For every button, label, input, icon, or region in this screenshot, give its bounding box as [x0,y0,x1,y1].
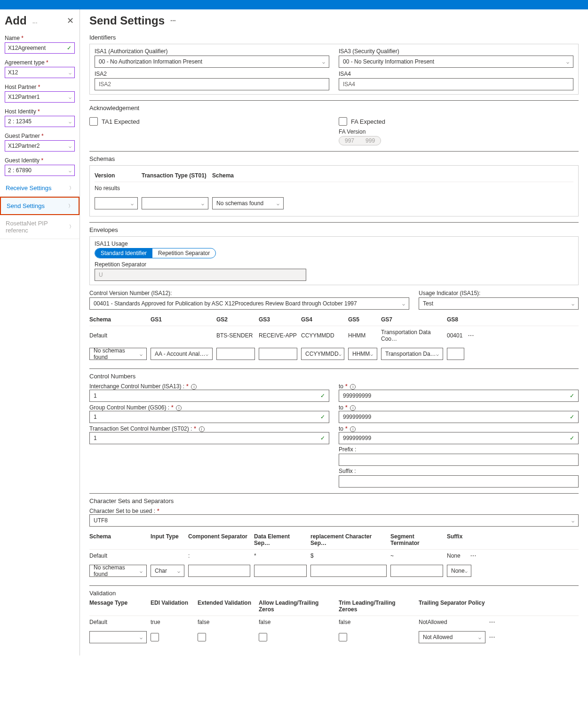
rep-sep-label: Repetition Separator [95,261,573,268]
agreement-type-select[interactable]: X12⌵ [5,67,75,78]
row-actions-icon[interactable]: ··· [489,634,495,640]
info-icon[interactable]: i [191,384,197,390]
prefix-input[interactable] [339,454,579,466]
val-trim-checkbox[interactable] [339,633,347,641]
page-title: Send Settings [89,14,165,27]
env-gs3-input[interactable] [259,348,297,360]
fa-version-label: FA Version [339,128,579,135]
isa11-toggle[interactable]: Standard IdentifierRepetition Separator [95,248,216,258]
guest-partner-label: Guest Partner [5,133,75,139]
guest-partner-select[interactable]: X12Partner2⌵ [5,140,75,152]
usage-select[interactable]: Test⌵ [419,297,579,310]
validation-label: Validation [89,590,579,597]
info-icon[interactable]: i [199,426,205,432]
charset-label: Character Sets and Separators [89,497,579,504]
fa-label: FA Expected [351,118,385,125]
sidebar-more-icon[interactable]: ··· [32,19,38,26]
cs-input-select[interactable]: Char⌵ [151,565,184,577]
nav-send-settings[interactable]: Send Settings〉 [0,197,79,215]
nav-receive-settings[interactable]: Receive Settings〉 [0,180,79,197]
ack-label: Acknowledgement [89,104,579,112]
schema-version-select[interactable]: ⌵ [95,197,138,209]
val-msg-select[interactable]: ⌵ [89,631,147,643]
isa13-to-input[interactable]: 999999999 [339,390,579,402]
gs06-from-input[interactable]: 1 [89,411,329,423]
val-trail-select[interactable]: Not Allowed⌵ [419,631,485,643]
host-identity-select[interactable]: 2 : 12345⌵ [5,116,75,127]
chevron-down-icon: ⌵ [69,168,72,173]
schema-select[interactable]: No schemas found⌵ [212,197,284,209]
st02-to-input[interactable]: 999999999 [339,432,579,444]
host-identity-label: Host Identity [5,108,75,115]
cs-suf-select[interactable]: None⌵ [447,565,471,577]
schemas-label: Schemas [89,155,579,162]
page-more-icon[interactable]: ··· [170,17,176,24]
control-label: Control Numbers [89,373,579,380]
isa1-select[interactable]: 00 - No Authorization Information Presen… [95,56,329,68]
col-schema: Schema [212,172,238,179]
cs-comp-input[interactable] [188,565,250,577]
isa11-label: ISA11 Usage [95,240,573,247]
main-content: Send Settings··· Identifiers ISA1 (Autho… [80,9,588,656]
chevron-down-icon: ⌵ [322,59,325,64]
isa13-from-input[interactable]: 1 [89,390,329,402]
env-gs7-select[interactable]: Transportation Da…⌵ [381,348,443,360]
host-partner-select[interactable]: X12Partner1⌵ [5,91,75,103]
env-gs2-input[interactable] [216,348,255,360]
env-gs5-select[interactable]: HHMM⌵ [348,348,377,360]
envelopes-label: Envelopes [89,226,579,233]
info-icon[interactable]: i [350,426,356,432]
gs06-to-input[interactable]: 999999999 [339,411,579,423]
fa-checkbox[interactable] [339,117,347,126]
sidebar: Add ··· ✕ Name X12Agreement Agreement ty… [0,9,80,656]
suffix-input[interactable] [339,475,579,488]
cvn-select[interactable]: 00401 - Standards Approved for Publicati… [89,297,409,310]
row-actions-icon[interactable]: ··· [489,619,495,625]
cs-repl-input[interactable] [310,565,387,577]
name-input[interactable]: X12Agreement [5,42,75,54]
envelope-default-row: Default BTS-SENDER RECEIVE-APP CCYYMMDD … [89,326,579,345]
cvn-label: Control Version Number (ISA12): [89,290,409,296]
isa1-label: ISA1 (Authorization Qualifier) [95,48,329,55]
cs-elem-input[interactable] [254,565,307,577]
agreement-type-label: Agreement type [5,59,75,66]
ta1-checkbox[interactable] [89,117,98,126]
isa2-input[interactable]: ISA2 [95,78,329,90]
chevron-right-icon: 〉 [69,224,74,230]
row-actions-icon[interactable]: ··· [470,552,477,559]
host-partner-label: Host Partner [5,84,75,90]
name-label: Name [5,35,75,41]
env-gs1-select[interactable]: AA - Account Anal…⌵ [151,348,213,360]
val-ext-checkbox[interactable] [198,633,206,641]
schema-tx-select[interactable]: ⌵ [142,197,208,209]
isa3-select[interactable]: 00 - No Security Information Present⌵ [339,56,573,68]
env-gs8-input[interactable] [447,348,464,360]
env-schema-select[interactable]: No schemas found⌵ [89,348,147,360]
info-icon[interactable]: i [176,405,182,411]
chevron-down-icon: ⌵ [69,95,72,100]
isa4-input[interactable]: ISA4 [339,78,573,90]
charset-select[interactable]: UTF8⌵ [89,514,579,527]
col-tx-type: Transaction Type (ST01) [142,172,212,179]
identifiers-label: Identifiers [89,34,579,41]
close-icon[interactable]: ✕ [67,16,74,26]
st02-from-input[interactable]: 1 [89,432,329,444]
cs-schema-select[interactable]: No schemas found⌵ [89,565,147,577]
rep-sep-input: U [95,269,306,281]
info-icon[interactable]: i [350,405,356,411]
row-actions-icon[interactable]: ··· [468,332,474,339]
info-icon[interactable]: i [350,384,356,390]
cs-seg-input[interactable] [390,565,443,577]
val-lead-checkbox[interactable] [259,633,267,641]
usage-label: Usage Indicator (ISA15): [419,290,579,296]
sidebar-title: Add [5,14,27,27]
env-gs4-select[interactable]: CCYYMMDD⌵ [301,348,344,360]
val-edi-checkbox[interactable] [151,633,159,641]
nav-rosettanet[interactable]: RosettaNet PIP referenc〉 [0,215,79,239]
guest-identity-select[interactable]: 2 : 67890⌵ [5,165,75,176]
chevron-down-icon: ⌵ [566,59,569,64]
chevron-right-icon: 〉 [69,185,74,192]
guest-identity-label: Guest Identity [5,157,75,164]
fa-version-toggle[interactable]: 997999 [339,136,381,145]
isa2-label: ISA2 [95,71,329,77]
